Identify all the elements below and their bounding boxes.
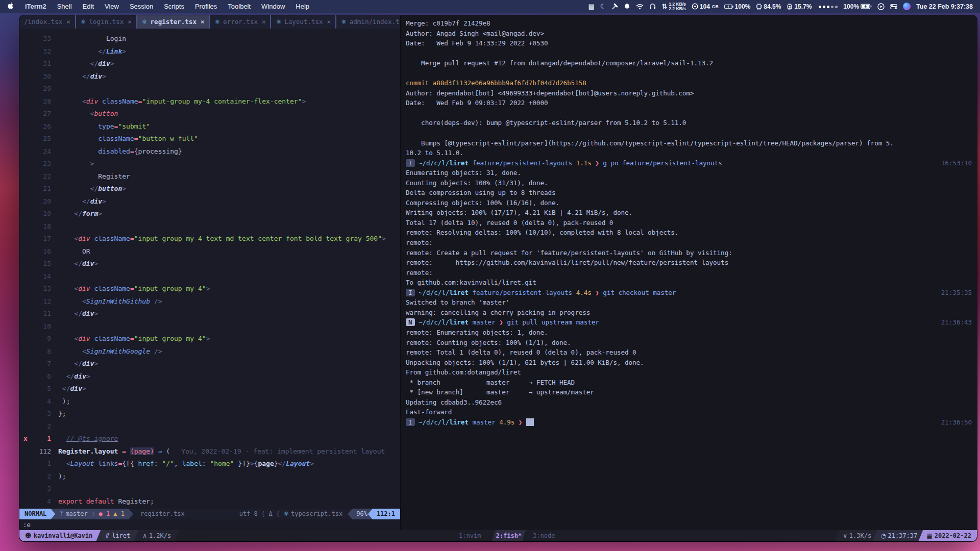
buffer-tab-error-tsx[interactable]: ⚛error.tsx× [209, 15, 270, 29]
react-file-icon: ⚛ [81, 15, 86, 29]
code-line: 32 </Link> [19, 45, 400, 58]
menu-item-profiles[interactable]: Profiles [195, 3, 217, 10]
line-number: 14 [32, 270, 51, 283]
cpu-widget[interactable]: 84.5% [756, 3, 781, 10]
sign-column [19, 58, 32, 70]
memory-widget[interactable]: 15.7% [787, 3, 812, 10]
moon-icon[interactable]: ☾ [600, 3, 606, 10]
apple-logo-icon[interactable] [7, 2, 14, 11]
tmux-window-2-fish-[interactable]: 2:fish* [492, 530, 526, 541]
sign-column [19, 495, 32, 508]
close-icon[interactable]: × [66, 15, 70, 29]
line-number: 11 [32, 308, 51, 320]
sign-column [19, 245, 32, 258]
code-text: <SignInWithGoogle /> [58, 345, 162, 358]
code-line: 7 </div> [19, 358, 400, 370]
close-icon[interactable]: × [128, 15, 132, 29]
menu-item-edit[interactable]: Edit [83, 3, 94, 10]
code-line: 13 <div className="input-group my-4"> [19, 283, 400, 295]
memory-pct: 15.7% [794, 3, 812, 10]
code-line: 8 <SignInWithGoogle /> [19, 345, 400, 358]
line-number: 22 [32, 170, 51, 183]
code-text: Register [58, 170, 130, 183]
dots-widget[interactable] [817, 3, 838, 10]
sign-column [19, 233, 32, 245]
buffer-tab-login-tsx[interactable]: ⚛login.tsx× [75, 15, 136, 29]
terminal-line: Date: Wed Feb 9 09:03:17 2022 +0000 [406, 98, 977, 108]
keyboard-icon[interactable]: ▤ [588, 3, 594, 10]
calendar-icon: ▦ [926, 530, 935, 541]
buffer-tab-admin-index-tsx[interactable]: ⚛admin/index.tsx× [335, 15, 400, 29]
line-number: 1 [32, 458, 51, 470]
control-center-icon[interactable] [890, 4, 897, 10]
menu-item-scripts[interactable]: Scripts [164, 3, 184, 10]
line-number: 7 [32, 358, 51, 370]
tmux-window-3-node[interactable]: 3:node [533, 530, 555, 541]
code-line: 1 <Layout links={[{ href: "/", label: "h… [19, 458, 400, 470]
updown-arrows-icon: ⇅ [662, 3, 667, 10]
menu-item-help[interactable]: Help [296, 3, 309, 10]
line-number: 13 [32, 283, 51, 295]
vim-cmdline[interactable]: :e [19, 519, 400, 530]
git-branch-icon: ᛘ [60, 509, 65, 519]
menu-bar-clock[interactable]: Tue 22 Feb 9:37:38 [916, 3, 973, 10]
nvim-pane[interactable]: /index.tsx×⚛login.tsx×⚛register.tsx×⚛err… [19, 15, 400, 530]
sign-column [19, 208, 32, 220]
close-icon[interactable]: × [327, 15, 331, 29]
react-file-icon: ⚛ [214, 15, 220, 29]
play-icon[interactable] [877, 3, 885, 10]
menu-item-iterm2[interactable]: iTerm2 [25, 3, 46, 10]
line-number: 31 [32, 58, 51, 70]
line-number: 1 [32, 433, 51, 445]
code-line: 31 </div> [19, 58, 400, 70]
hammer-icon[interactable] [611, 3, 618, 10]
buffer-tab-label: login.tsx [89, 15, 124, 29]
close-icon[interactable]: × [201, 15, 205, 29]
wifi-icon[interactable] [636, 4, 644, 10]
code-text: </div> [58, 383, 86, 395]
clock-icon: ◔ [880, 530, 888, 541]
tmux-window-list: 1:nvim-2:fish*3:node [459, 530, 555, 541]
menu-item-toolbelt[interactable]: Toolbelt [228, 3, 251, 10]
terminal-pane[interactable]: Merge: c019b7f 21429e8Author: Angad Sing… [401, 15, 977, 530]
buffer-tab-layout-tsx[interactable]: ⚛Layout.tsx× [270, 15, 335, 29]
line-number: 17 [32, 233, 51, 245]
sign-column [19, 70, 32, 83]
code-text: <SignInWithGithub /> [58, 295, 162, 308]
headphones-icon[interactable] [649, 3, 656, 10]
tmux-window-1-nvim-[interactable]: 1:nvim- [459, 530, 485, 541]
line-number: 33 [32, 33, 51, 45]
buffer-tab-register-tsx[interactable]: ⚛register.tsx× [136, 15, 209, 29]
battery-charging-icon [861, 4, 872, 9]
line-number: 3 [32, 483, 51, 495]
code-area[interactable]: 33 Login32 </Link>31 </div>30 </div>2928… [19, 29, 400, 509]
network-throughput-widget[interactable]: ⇅ 1.2 KB/s 2.2 KB/s [662, 2, 685, 11]
code-text: </div> [58, 195, 106, 208]
buffer-tab--index-tsx[interactable]: /index.tsx× [19, 15, 75, 29]
prompt-timestamp: 21:36:43 [941, 317, 972, 328]
menu-item-view[interactable]: View [105, 3, 119, 10]
code-line: 4 ); [19, 395, 400, 408]
disk-unit: GB [712, 4, 719, 9]
line-number: 4 [32, 395, 51, 408]
memory-chip-icon [787, 4, 793, 10]
bell-icon[interactable] [624, 3, 630, 10]
nvim-bufferline: /index.tsx×⚛login.tsx×⚛register.tsx×⚛err… [19, 15, 400, 29]
disk-widget[interactable]: 104GB [692, 3, 719, 10]
battery-menu-widget[interactable]: 100% [724, 3, 751, 10]
tmux-upload-segment: ∧ 1.2K/s [134, 530, 179, 541]
battery-system-widget[interactable]: 100% [843, 3, 872, 10]
macos-menu-bar: iTerm2ShellEditViewSessionScriptsProfile… [0, 0, 980, 13]
menu-item-window[interactable]: Window [261, 3, 285, 10]
terminal-line [406, 68, 977, 79]
menu-item-session[interactable]: Session [130, 3, 153, 10]
menu-item-shell[interactable]: Shell [57, 3, 72, 10]
diagnostic-error-icon: ● [99, 509, 106, 519]
sign-column [19, 145, 32, 158]
line-number: 29 [32, 83, 51, 95]
siri-icon[interactable] [903, 3, 911, 10]
sign-column [19, 195, 32, 208]
close-icon[interactable]: × [262, 15, 266, 29]
code-text: </Link> [58, 45, 126, 58]
sign-column [19, 295, 32, 308]
